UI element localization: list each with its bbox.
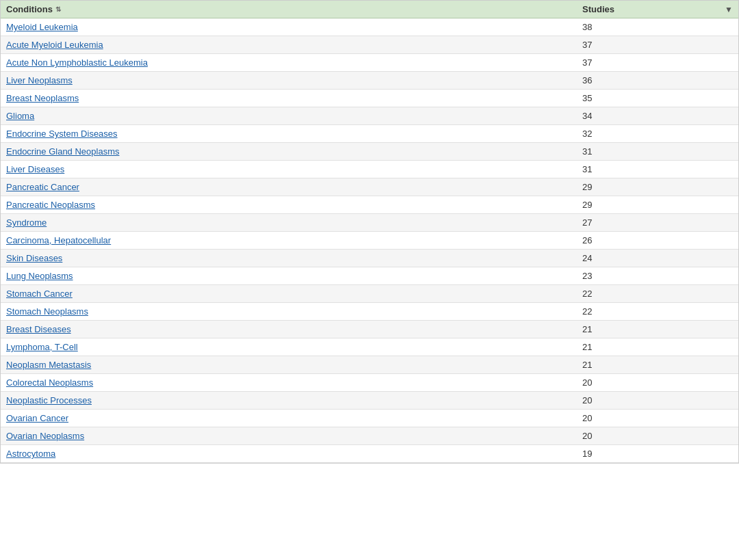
studies-cell: 20 xyxy=(582,413,733,423)
condition-link[interactable]: Pancreatic Neoplasms xyxy=(6,200,95,210)
table-row: Pancreatic Cancer29 xyxy=(1,178,738,196)
table-row: Ovarian Neoplasms20 xyxy=(1,427,738,445)
table-row: Acute Myeloid Leukemia37 xyxy=(1,36,738,54)
condition-link[interactable]: Endocrine System Diseases xyxy=(6,129,118,139)
condition-cell: Ovarian Cancer xyxy=(6,413,582,423)
studies-cell: 23 xyxy=(582,271,733,281)
condition-cell: Pancreatic Neoplasms xyxy=(6,200,582,210)
condition-link[interactable]: Stomach Neoplasms xyxy=(6,306,88,317)
table-row: Acute Non Lymphoblastic Leukemia37 xyxy=(1,54,738,72)
table-row: Colorectal Neoplasms20 xyxy=(1,374,738,392)
condition-cell: Colorectal Neoplasms xyxy=(6,377,582,388)
studies-cell: 27 xyxy=(582,217,733,228)
condition-link[interactable]: Colorectal Neoplasms xyxy=(6,377,93,388)
conditions-label: Conditions xyxy=(6,4,53,14)
table-row: Breast Diseases21 xyxy=(1,321,738,338)
studies-cell: 21 xyxy=(582,342,733,352)
studies-cell: 37 xyxy=(582,40,733,50)
studies-cell: 34 xyxy=(582,111,733,121)
studies-cell: 20 xyxy=(582,395,733,405)
table-row: Neoplastic Processes20 xyxy=(1,392,738,410)
condition-cell: Carcinoma, Hepatocellular xyxy=(6,235,582,245)
condition-link[interactable]: Acute Non Lymphoblastic Leukemia xyxy=(6,57,148,68)
table-row: Pancreatic Neoplasms29 xyxy=(1,196,738,214)
studies-cell: 29 xyxy=(582,200,733,210)
table-row: Neoplasm Metastasis21 xyxy=(1,356,738,374)
condition-cell: Syndrome xyxy=(6,217,582,228)
studies-cell: 35 xyxy=(582,93,733,103)
studies-cell: 20 xyxy=(582,431,733,441)
table-row: Stomach Neoplasms22 xyxy=(1,303,738,321)
condition-cell: Breast Diseases xyxy=(6,324,582,334)
condition-cell: Endocrine System Diseases xyxy=(6,129,582,139)
studies-cell: 38 xyxy=(582,22,733,32)
condition-cell: Stomach Neoplasms xyxy=(6,306,582,317)
studies-cell: 21 xyxy=(582,324,733,334)
table-row: Syndrome27 xyxy=(1,214,738,232)
studies-cell: 26 xyxy=(582,235,733,245)
table-row: Astrocytoma19 xyxy=(1,445,738,463)
condition-link[interactable]: Breast Neoplasms xyxy=(6,93,79,103)
table-row: Myeloid Leukemia38 xyxy=(1,18,738,36)
table-row: Endocrine System Diseases32 xyxy=(1,125,738,143)
condition-link[interactable]: Lung Neoplasms xyxy=(6,271,73,281)
studies-cell: 32 xyxy=(582,129,733,139)
condition-link[interactable]: Ovarian Cancer xyxy=(6,413,68,423)
studies-cell: 37 xyxy=(582,57,733,68)
condition-link[interactable]: Carcinoma, Hepatocellular xyxy=(6,235,111,245)
condition-cell: Liver Diseases xyxy=(6,164,582,174)
condition-cell: Lung Neoplasms xyxy=(6,271,582,281)
studies-cell: 22 xyxy=(582,289,733,299)
studies-cell: 31 xyxy=(582,146,733,157)
condition-link[interactable]: Lymphoma, T-Cell xyxy=(6,342,78,352)
studies-label: Studies xyxy=(582,4,614,14)
table-row: Ovarian Cancer20 xyxy=(1,410,738,427)
condition-cell: Liver Neoplasms xyxy=(6,75,582,85)
studies-cell: 29 xyxy=(582,182,733,192)
studies-cell: 31 xyxy=(582,164,733,174)
table-row: Breast Neoplasms35 xyxy=(1,90,738,107)
condition-link[interactable]: Neoplastic Processes xyxy=(6,395,92,405)
condition-cell: Neoplastic Processes xyxy=(6,395,582,405)
table-row: Lung Neoplasms23 xyxy=(1,267,738,285)
studies-cell: 22 xyxy=(582,306,733,317)
table-row: Glioma34 xyxy=(1,107,738,125)
table-row: Stomach Cancer22 xyxy=(1,285,738,303)
table-row: Endocrine Gland Neoplasms31 xyxy=(1,143,738,161)
condition-cell: Pancreatic Cancer xyxy=(6,182,582,192)
studies-cell: 20 xyxy=(582,377,733,388)
condition-cell: Astrocytoma xyxy=(6,449,582,459)
condition-cell: Breast Neoplasms xyxy=(6,93,582,103)
condition-cell: Acute Myeloid Leukemia xyxy=(6,40,582,50)
table-row: Liver Diseases31 xyxy=(1,161,738,178)
condition-link[interactable]: Breast Diseases xyxy=(6,324,71,334)
condition-link[interactable]: Endocrine Gland Neoplasms xyxy=(6,146,119,157)
header-conditions: Conditions ⇅ xyxy=(6,4,582,14)
conditions-table: Conditions ⇅ Studies ▼ Myeloid Leukemia3… xyxy=(0,0,739,464)
condition-link[interactable]: Stomach Cancer xyxy=(6,289,73,299)
studies-cell: 24 xyxy=(582,253,733,263)
condition-cell: Lymphoma, T-Cell xyxy=(6,342,582,352)
condition-link[interactable]: Neoplasm Metastasis xyxy=(6,360,91,370)
studies-cell: 19 xyxy=(582,449,733,459)
condition-link[interactable]: Acute Myeloid Leukemia xyxy=(6,40,103,50)
header-studies: Studies ▼ xyxy=(582,4,733,14)
condition-link[interactable]: Liver Neoplasms xyxy=(6,75,73,85)
table-row: Carcinoma, Hepatocellular26 xyxy=(1,232,738,250)
condition-link[interactable]: Syndrome xyxy=(6,217,47,228)
studies-cell: 21 xyxy=(582,360,733,370)
table-row: Skin Diseases24 xyxy=(1,250,738,267)
condition-link[interactable]: Myeloid Leukemia xyxy=(6,22,78,32)
condition-link[interactable]: Ovarian Neoplasms xyxy=(6,431,84,441)
table-row: Lymphoma, T-Cell21 xyxy=(1,338,738,356)
condition-link[interactable]: Glioma xyxy=(6,111,34,121)
table-row: Liver Neoplasms36 xyxy=(1,72,738,90)
dropdown-icon[interactable]: ▼ xyxy=(725,5,733,14)
condition-cell: Skin Diseases xyxy=(6,253,582,263)
condition-link[interactable]: Pancreatic Cancer xyxy=(6,182,79,192)
condition-link[interactable]: Liver Diseases xyxy=(6,164,64,174)
sort-icon[interactable]: ⇅ xyxy=(55,5,61,13)
condition-link[interactable]: Skin Diseases xyxy=(6,253,62,263)
condition-cell: Stomach Cancer xyxy=(6,289,582,299)
condition-link[interactable]: Astrocytoma xyxy=(6,449,55,459)
